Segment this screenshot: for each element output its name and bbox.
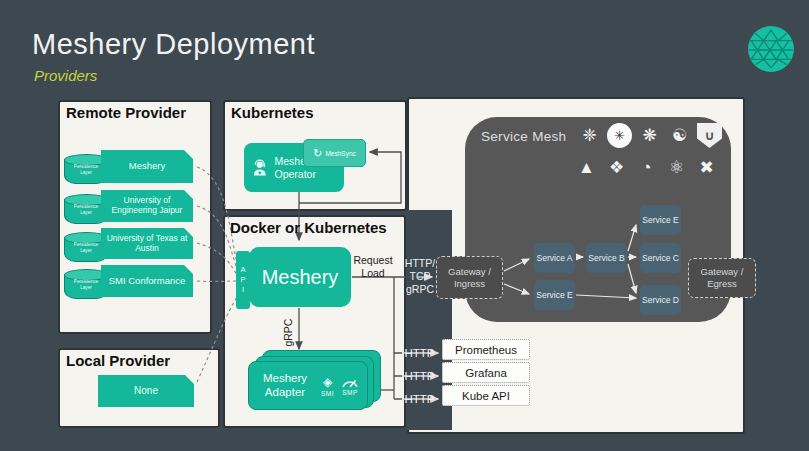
grpc-label: gRPC	[282, 313, 295, 353]
page-subtitle: Providers	[34, 67, 97, 84]
cylinder-label: Persistence Layer	[70, 164, 103, 174]
service-mesh-logo-icon: ⚛	[664, 155, 689, 180]
remote-provider-title: Remote Provider	[66, 104, 186, 121]
monitoring-box: Kube API	[442, 385, 530, 406]
service-mesh-logo-icon: ☯	[667, 123, 692, 148]
meshery-adapter-box: Meshery Adapter ◈ SMI SMP	[248, 361, 368, 410]
service-mesh-logo-icon: ❈	[577, 123, 602, 148]
kubernetes-title: Kubernetes	[231, 104, 314, 121]
operator-icon	[250, 155, 270, 181]
mesh-logos-row-1: ❈ ✳ ❋ ☯ ∪	[577, 123, 722, 148]
request-load-label: Request Load	[352, 254, 394, 280]
sync-icon: ↻	[313, 147, 322, 160]
monitoring-box: Prometheus	[442, 339, 530, 360]
cylinder-label: Persistence Layer	[70, 204, 103, 214]
service-node: Service E	[534, 280, 575, 310]
remote-provider-item: University of Engineering Jaipur	[101, 190, 193, 222]
mesh-logos-row-2: ▲ ❖ ◔ ⚛ ✖	[574, 155, 719, 180]
smi-badge: ◈ SMI	[321, 375, 334, 397]
service-mesh-logo-icon: ❖	[604, 155, 629, 180]
monitoring-box: Grafana	[442, 362, 530, 383]
service-node: Service E	[640, 205, 681, 235]
service-mesh-title: Service Mesh	[481, 129, 566, 144]
service-mesh-logo-icon: ∪	[697, 123, 722, 148]
http-label: HTTP	[403, 393, 436, 405]
smi-label: SMI	[321, 390, 334, 397]
smp-label: SMP	[342, 389, 358, 396]
service-node: Service B	[586, 243, 627, 273]
docker-kubernetes-title: Docker or Kubernetes	[230, 219, 387, 236]
service-mesh-logo-icon: ▲	[574, 155, 599, 180]
service-mesh-logo-icon: ◔	[634, 155, 659, 180]
http-label: HTTP	[403, 347, 436, 359]
local-provider-title: Local Provider	[66, 352, 170, 369]
api-label: API	[239, 265, 248, 295]
gateway-egress-box: Gateway / Egress	[688, 258, 756, 298]
remote-provider-item: University of Texas at Austin	[101, 228, 193, 259]
service-mesh-logo-icon: ✳	[607, 123, 632, 148]
service-mesh-logo-icon: ✖	[694, 155, 719, 180]
cylinder-label: Persistence Layer	[70, 279, 103, 289]
remote-provider-item: Meshery	[101, 150, 193, 183]
service-node: Service C	[640, 243, 681, 273]
http-tcp-grpc-label: HTTP/ TCP gRPC	[402, 257, 438, 296]
page-title: Meshery Deployment	[32, 28, 315, 61]
adapter-label: Meshery Adapter	[256, 372, 314, 400]
gauge-icon	[341, 376, 359, 388]
meshsync-badge: ↻ MeshSync	[303, 139, 366, 167]
service-node: Service D	[640, 285, 681, 315]
cylinder-label: Persistence Layer	[70, 242, 103, 252]
smi-icon: ◈	[323, 375, 332, 389]
service-node: Service A	[534, 243, 575, 273]
meshery-logo-icon	[747, 25, 795, 73]
gateway-ingress-box: Gateway / Ingress	[436, 256, 503, 299]
slide-meshery-deployment: Meshery Deployment Providers	[0, 0, 809, 451]
smp-badge: SMP	[341, 376, 359, 396]
http-label: HTTP	[403, 370, 436, 382]
local-provider-item: None	[98, 375, 194, 407]
meshery-box: Meshery	[249, 247, 351, 307]
api-tab: API	[236, 251, 250, 309]
remote-provider-item: SMI Conformance	[101, 265, 193, 297]
service-mesh-logo-icon: ❋	[637, 123, 662, 148]
meshsync-label: MeshSync	[325, 150, 355, 157]
